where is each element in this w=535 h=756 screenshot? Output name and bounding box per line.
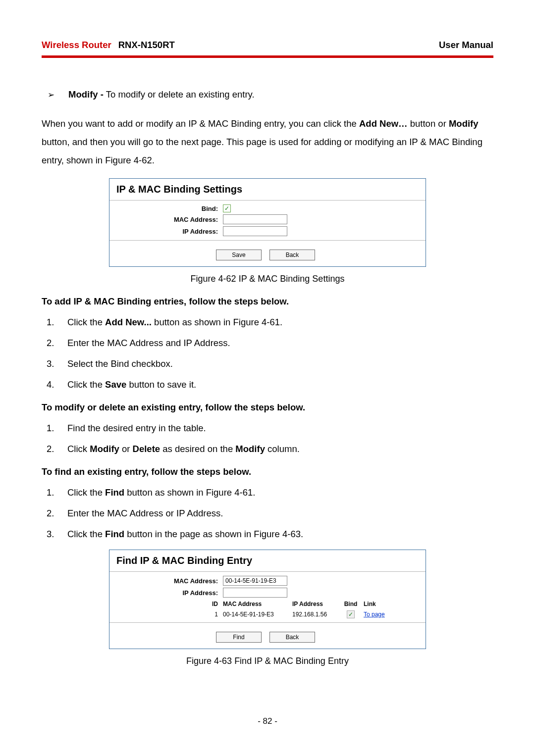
add-steps-list: 1. Click the Add New... button as shown … — [42, 317, 493, 390]
back-button[interactable]: Back — [269, 632, 315, 643]
intro-modify: Modify — [449, 118, 479, 129]
find-entry-body: MAC Address: IP Address: ID MAC Address … — [109, 576, 426, 618]
binding-settings-buttons: Save Back — [109, 245, 426, 266]
find-table-row: 1 00-14-5E-91-19-E3 192.168.1.56 To page — [116, 610, 419, 618]
save-button[interactable]: Save — [216, 250, 262, 260]
col-ip-header: IP Address — [292, 601, 338, 607]
t: Find — [105, 529, 124, 539]
find-ip-input[interactable] — [223, 588, 287, 598]
find-steps-list: 1. Click the Find button as shown in Fig… — [42, 487, 493, 540]
t: Click — [67, 444, 90, 454]
find-steps-heading: To find an existing entry, follow the st… — [42, 466, 493, 477]
t: Add New... — [105, 317, 152, 327]
add-steps-heading: To add IP & MAC Binding entries, follow … — [42, 296, 493, 307]
back-button[interactable]: Back — [269, 250, 315, 260]
modify-steps-list: 1. Find the desired entry in the table. … — [42, 423, 493, 454]
bind-checkbox[interactable] — [223, 204, 231, 212]
figure-462-caption: Figure 4-62 IP & MAC Binding Settings — [42, 274, 493, 284]
find-step-2: Enter the MAC Address or IP Address. — [67, 508, 223, 519]
step-number: 2. — [42, 338, 67, 349]
t: as desired on the — [162, 444, 235, 454]
modify-steps-heading: To modify or delete an existing entry, f… — [42, 402, 493, 413]
t: Click the — [67, 487, 105, 498]
step-number: 1. — [42, 317, 67, 328]
row-bind-checkbox — [347, 610, 355, 618]
t: button in the page as shown in Figure 4-… — [127, 529, 303, 539]
t: Click the — [67, 317, 105, 327]
find-step-1: Click the Find button as shown in Figure… — [67, 487, 255, 498]
page-number: - 82 - — [0, 716, 535, 726]
find-ip-label: IP Address: — [116, 589, 223, 597]
t: or — [122, 444, 133, 454]
find-mac-label: MAC Address: — [116, 577, 223, 585]
intro-pre: When you want to add or modify an IP & M… — [42, 118, 359, 129]
step-number: 3. — [42, 358, 67, 369]
manual-page: Wireless Router RNX-N150RT User Manual ➢… — [0, 0, 535, 756]
modify-step-1: Find the desired entry in the table. — [67, 423, 206, 434]
modify-step-2: Click Modify or Delete as desired on the… — [67, 444, 300, 454]
step-number: 2. — [42, 508, 67, 519]
bullet-marker: ➢ — [42, 87, 68, 103]
modify-desc: To modify or delete an existing entry. — [106, 89, 255, 100]
t: column. — [268, 444, 300, 454]
binding-settings-body: Bind: MAC Address: IP Address: — [109, 204, 426, 236]
figure-find-entry: Find IP & MAC Binding Entry MAC Address:… — [109, 550, 426, 649]
intro-addnew: Add New… — [359, 118, 408, 129]
mac-label: MAC Address: — [116, 216, 223, 223]
t: Delete — [133, 444, 160, 454]
t: Save — [105, 379, 126, 390]
model-label: RNX-N150RT — [118, 40, 175, 50]
find-step-3: Click the Find button in the page as sho… — [67, 529, 303, 540]
add-step-4: Click the Save button to save it. — [67, 379, 196, 390]
t: Click the — [67, 529, 105, 539]
brand-label: Wireless Router — [42, 40, 111, 50]
t: Click the — [67, 379, 105, 390]
figure-463-caption: Figure 4-63 Find IP & MAC Binding Entry — [42, 656, 493, 666]
t: button as shown in Figure 4-61. — [127, 487, 255, 498]
find-mac-input[interactable] — [223, 576, 287, 586]
intro-mid1: button or — [410, 118, 449, 129]
step-number: 2. — [42, 444, 67, 454]
col-bind-header: Bind — [338, 601, 364, 607]
row-mac: 00-14-5E-91-19-E3 — [223, 611, 292, 618]
figure-divider — [109, 571, 426, 572]
page-content: ➢ Modify - To modify or delete an existi… — [42, 58, 493, 666]
add-step-3: Select the Bind checkbox. — [67, 358, 173, 369]
t: Modify — [235, 444, 265, 454]
figure-divider — [109, 200, 426, 201]
ip-label: IP Address: — [116, 228, 223, 235]
bind-label: Bind: — [116, 205, 223, 212]
find-entry-title: Find IP & MAC Binding Entry — [109, 550, 426, 567]
ip-address-input[interactable] — [223, 226, 287, 236]
modify-bullet-text: Modify - To modify or delete an existing… — [68, 85, 255, 103]
col-id-header: ID — [116, 601, 223, 607]
to-page-link[interactable]: To page — [364, 611, 385, 618]
modify-term: Modify - — [68, 89, 104, 100]
t: button as shown in Figure 4-61. — [154, 317, 282, 327]
t: Find — [105, 487, 124, 498]
step-number: 3. — [42, 529, 67, 540]
step-number: 1. — [42, 487, 67, 498]
figure-binding-settings: IP & MAC Binding Settings Bind: MAC Addr… — [109, 178, 426, 267]
t: Modify — [90, 444, 119, 454]
t: button to save it. — [129, 379, 196, 390]
intro-paragraph: When you want to add or modify an IP & M… — [42, 114, 493, 169]
figure-divider-bottom — [109, 240, 426, 241]
step-number: 1. — [42, 423, 67, 434]
row-link: To page — [364, 611, 393, 618]
modify-bullet: ➢ Modify - To modify or delete an existi… — [42, 85, 493, 103]
intro-mid2: button, and then you will go to the next… — [42, 137, 482, 165]
page-header: Wireless Router RNX-N150RT User Manual — [42, 40, 493, 55]
col-link-header: Link — [364, 601, 393, 607]
binding-settings-title: IP & MAC Binding Settings — [109, 179, 426, 196]
add-step-2: Enter the MAC Address and IP Address. — [67, 338, 230, 349]
step-number: 4. — [42, 379, 67, 390]
header-left: Wireless Router RNX-N150RT — [42, 40, 175, 50]
figure-divider-bottom — [109, 622, 426, 623]
user-manual-label: User Manual — [439, 40, 493, 50]
row-ip: 192.168.1.56 — [292, 611, 338, 618]
row-id: 1 — [116, 611, 223, 618]
row-bind — [338, 610, 364, 618]
mac-address-input[interactable] — [223, 214, 287, 224]
find-button[interactable]: Find — [216, 632, 262, 643]
